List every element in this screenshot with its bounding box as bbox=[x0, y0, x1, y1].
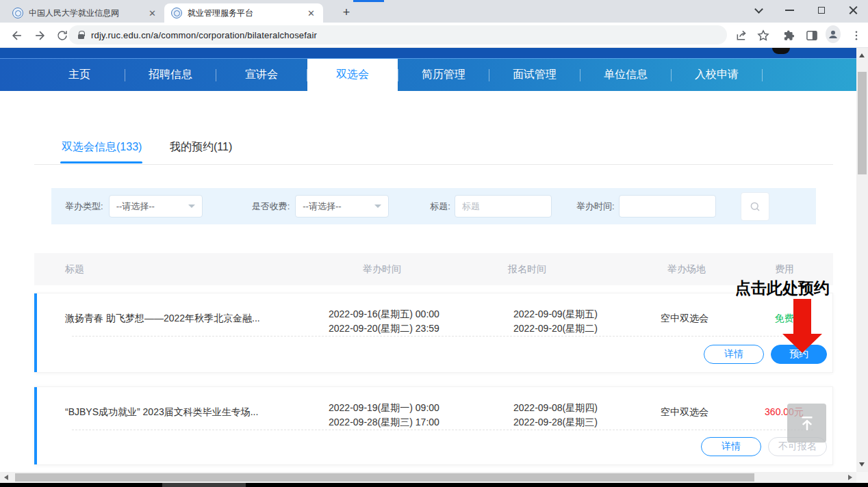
back-button[interactable] bbox=[8, 27, 26, 44]
arrow-up-to-line-icon bbox=[797, 413, 817, 434]
horizontal-scroll-thumb[interactable] bbox=[15, 473, 754, 482]
chevron-down-icon bbox=[188, 205, 195, 208]
nav-item-resume[interactable]: 简历管理 bbox=[398, 59, 489, 91]
reg-time-end: 2022-09-20(星期二) bbox=[513, 321, 633, 336]
filter-fee-label: 是否收费: bbox=[252, 200, 290, 213]
nav-item-infosession[interactable]: 宣讲会 bbox=[216, 59, 307, 91]
filter-time-label: 举办时间: bbox=[576, 200, 615, 213]
minimize-icon bbox=[785, 10, 794, 11]
nav-item-company[interactable]: 单位信息 bbox=[580, 59, 671, 91]
browser-tab-2-active[interactable]: 就业管理服务平台 ✕ bbox=[164, 3, 323, 23]
scroll-right-arrow-icon[interactable] bbox=[848, 475, 852, 480]
forward-button[interactable] bbox=[31, 27, 49, 44]
tab-fair-info[interactable]: 双选会信息(133) bbox=[62, 140, 142, 155]
site-favicon bbox=[12, 8, 23, 18]
scrollbar-corner bbox=[856, 472, 868, 483]
url-bar[interactable]: rdjy.ruc.edu.cn/a/common/corporation/bil… bbox=[68, 25, 727, 44]
filter-fee-select[interactable]: --请选择-- bbox=[295, 195, 389, 218]
annotation-text: 点击此处预约 bbox=[735, 278, 830, 299]
details-button[interactable]: 详情 bbox=[704, 345, 764, 364]
bottom-edge-segment bbox=[162, 483, 246, 487]
row-divider bbox=[72, 336, 813, 337]
filter-title-label: 标题: bbox=[430, 200, 450, 213]
chevron-down-icon bbox=[754, 5, 763, 14]
browser-window: 中国人民大学就业信息网 ✕ 就业管理服务平台 ✕ + rdjy.ruc.edu.… bbox=[0, 0, 868, 487]
red-arrow-shaft bbox=[793, 299, 811, 334]
window-minimize-button[interactable] bbox=[774, 0, 804, 21]
scroll-down-arrow-icon[interactable] bbox=[859, 462, 865, 466]
share-icon bbox=[735, 29, 749, 42]
tab-close-icon[interactable]: ✕ bbox=[305, 8, 318, 18]
nav-item-campus-entry[interactable]: 入校申请 bbox=[672, 59, 762, 91]
col-header-venue: 举办场地 bbox=[633, 263, 736, 276]
avatar bbox=[826, 25, 841, 43]
tab-title: 中国人民大学就业信息网 bbox=[29, 8, 146, 19]
search-icon bbox=[749, 200, 761, 213]
scroll-up-arrow-icon[interactable] bbox=[859, 53, 865, 57]
side-panel-icon bbox=[805, 29, 819, 42]
new-tab-button[interactable]: + bbox=[338, 5, 355, 21]
fair-title[interactable]: 激扬青春 助飞梦想——2022年秋季北京金融... bbox=[34, 307, 294, 325]
kebab-menu-icon bbox=[850, 29, 863, 42]
hold-time-end: 2022-09-28(星期三) 17:00 bbox=[329, 415, 483, 430]
bookmark-button[interactable] bbox=[756, 28, 771, 43]
vertical-scroll-thumb[interactable] bbox=[858, 72, 867, 174]
details-button[interactable]: 详情 bbox=[701, 437, 761, 456]
back-to-top-button[interactable] bbox=[787, 404, 826, 443]
side-panel-button[interactable] bbox=[804, 28, 819, 43]
tab-title: 就业管理服务平台 bbox=[188, 8, 305, 19]
reg-time-end: 2022-09-28(星期三) bbox=[513, 415, 633, 430]
nav-item-interview[interactable]: 面试管理 bbox=[489, 59, 580, 91]
reg-time: 2022-09-09(星期五) 2022-09-20(星期二) bbox=[483, 307, 633, 336]
hold-time-start: 2022-09-16(星期五) 00:00 bbox=[329, 307, 483, 321]
extensions-button[interactable] bbox=[782, 28, 797, 43]
venue: 空中双选会 bbox=[633, 401, 736, 419]
tab-my-reservations[interactable]: 我的预约(11) bbox=[170, 140, 232, 155]
col-header-fee: 费用 bbox=[736, 263, 833, 276]
red-arrow-head bbox=[782, 334, 822, 353]
horizontal-scrollbar[interactable] bbox=[0, 472, 856, 483]
fee-badge: 免费 bbox=[736, 307, 832, 325]
reg-time-start: 2022-09-08(星期四) bbox=[513, 401, 633, 415]
tab-search-chevron-button[interactable] bbox=[743, 0, 774, 21]
filter-type-value: --请选择-- bbox=[116, 200, 155, 213]
filter-type-label: 举办类型: bbox=[65, 200, 103, 213]
row-divider bbox=[72, 430, 813, 430]
site-favicon bbox=[171, 8, 182, 18]
window-close-button[interactable] bbox=[838, 0, 868, 21]
col-header-reg-time: 报名时间 bbox=[483, 263, 633, 276]
tabs-divider bbox=[34, 164, 833, 165]
nav-item-home[interactable]: 主页 bbox=[34, 59, 125, 91]
profile-button[interactable] bbox=[826, 27, 841, 42]
reload-icon bbox=[56, 29, 68, 42]
nav-item-jobs[interactable]: 招聘信息 bbox=[125, 59, 216, 91]
row-accent-stripe bbox=[34, 293, 37, 372]
url-text: rdjy.ruc.edu.cn/a/common/corporation/bil… bbox=[91, 30, 317, 40]
scroll-left-arrow-icon[interactable] bbox=[4, 475, 8, 480]
filter-fee-value: --请选择-- bbox=[303, 200, 341, 213]
filter-type-select[interactable]: --请选择-- bbox=[109, 195, 203, 218]
lock-icon bbox=[78, 34, 84, 39]
close-icon bbox=[848, 5, 858, 15]
browser-menu-button[interactable] bbox=[849, 28, 864, 43]
bottom-edge bbox=[0, 483, 868, 487]
search-button[interactable] bbox=[741, 192, 769, 221]
filter-title-input[interactable] bbox=[455, 195, 552, 218]
tab-close-icon[interactable]: ✕ bbox=[146, 8, 159, 18]
fair-title[interactable]: “BJBYS成功就业” 2023届文科类毕业生专场... bbox=[34, 401, 294, 419]
active-tab-underline bbox=[60, 161, 142, 163]
browser-tab-1[interactable]: 中国人民大学就业信息网 ✕ bbox=[5, 3, 164, 23]
vertical-scrollbar[interactable] bbox=[856, 48, 868, 472]
table-row: 激扬青春 助飞梦想——2022年秋季北京金融... 2022-09-16(星期五… bbox=[34, 293, 833, 373]
share-button[interactable] bbox=[735, 28, 750, 43]
hold-time-start: 2022-09-19(星期一) 09:00 bbox=[329, 401, 483, 415]
hold-time: 2022-09-16(星期五) 00:00 2022-09-20(星期二) 23… bbox=[294, 307, 483, 336]
restore-icon bbox=[818, 7, 825, 14]
hold-time: 2022-09-19(星期一) 09:00 2022-09-28(星期三) 17… bbox=[294, 401, 483, 430]
filter-time-input[interactable] bbox=[619, 195, 716, 218]
window-restore-button[interactable] bbox=[806, 0, 837, 21]
nav-item-jobfair-active[interactable]: 双选会 bbox=[307, 59, 398, 91]
table-header: 标题 举办时间 报名时间 举办场地 费用 bbox=[34, 253, 833, 285]
site-header-strip bbox=[0, 48, 856, 58]
chevron-down-icon bbox=[374, 205, 381, 208]
